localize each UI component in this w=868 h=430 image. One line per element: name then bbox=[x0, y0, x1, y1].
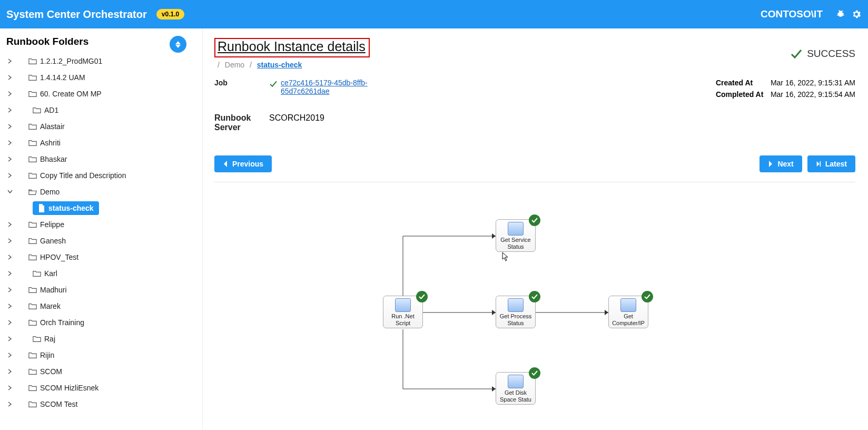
chevron-right-icon[interactable] bbox=[6, 336, 14, 341]
job-id-link[interactable]: ce72c416-5179-45db-8ffb-65d7c6261dae bbox=[281, 79, 406, 95]
chevron-right-icon[interactable] bbox=[6, 353, 14, 358]
node-label: Get Process Status bbox=[497, 313, 534, 326]
chevron-right-icon[interactable] bbox=[6, 304, 14, 309]
cursor-icon bbox=[502, 252, 509, 261]
chevron-right-icon[interactable] bbox=[6, 75, 14, 80]
folder-item[interactable]: SCOM bbox=[5, 363, 192, 379]
chevron-right-icon[interactable] bbox=[6, 108, 14, 113]
folder-item[interactable]: HPOV_Test bbox=[5, 249, 192, 265]
chevron-right-icon[interactable] bbox=[6, 124, 14, 129]
chevron-down-icon[interactable] bbox=[6, 190, 14, 194]
chevron-right-icon[interactable] bbox=[6, 402, 14, 407]
breadcrumb-parent[interactable]: Demo bbox=[225, 61, 244, 69]
main-content: Runbook Instance details / Demo / status… bbox=[203, 28, 868, 430]
folder-icon bbox=[28, 172, 37, 179]
folder-icon bbox=[28, 221, 37, 228]
folder-item[interactable]: 60. Create OM MP bbox=[5, 85, 192, 102]
chevron-right-icon[interactable] bbox=[6, 369, 14, 374]
workflow-node-get-disk-space[interactable]: Get Disk Space Statu bbox=[496, 372, 536, 405]
chevron-right-icon[interactable] bbox=[6, 157, 14, 162]
chevron-right-icon[interactable] bbox=[6, 255, 14, 260]
chevron-right-icon[interactable] bbox=[6, 222, 14, 227]
chevron-right-icon[interactable] bbox=[6, 91, 14, 96]
next-button[interactable]: Next bbox=[760, 155, 802, 172]
sidebar-collapse-button[interactable] bbox=[170, 36, 186, 53]
folder-item[interactable]: SCOM HizliEsnek bbox=[5, 379, 192, 396]
folder-icon bbox=[33, 270, 41, 277]
file-icon bbox=[38, 204, 45, 212]
chevron-right-icon[interactable] bbox=[6, 58, 14, 64]
folder-icon bbox=[28, 319, 37, 326]
caret-left-icon bbox=[223, 161, 228, 167]
folder-item[interactable]: Alastair bbox=[5, 118, 192, 134]
workflow-diagram: Run .Net ScriptGet Service StatusGet Pro… bbox=[214, 188, 855, 409]
svg-marker-2 bbox=[492, 310, 496, 315]
app-title: System Center Orchestrator bbox=[6, 8, 147, 21]
server-value: SCORCH2019 bbox=[269, 113, 324, 132]
skip-end-icon bbox=[816, 161, 821, 167]
chevron-right-icon[interactable] bbox=[6, 173, 14, 178]
chevron-right-icon[interactable] bbox=[6, 238, 14, 243]
chevron-right-icon[interactable] bbox=[6, 140, 14, 145]
folder-item[interactable]: Rijin bbox=[5, 347, 192, 363]
folder-item[interactable]: Demo bbox=[5, 183, 192, 200]
folder-label: Madhuri bbox=[40, 286, 67, 294]
folder-label: Raj bbox=[44, 335, 55, 343]
folder-item[interactable]: Felippe bbox=[5, 216, 192, 232]
runbook-file-active[interactable]: status-check bbox=[33, 200, 192, 216]
folder-item[interactable]: 1.2.1.2_ProdMG01 bbox=[5, 53, 192, 69]
folder-item[interactable]: Madhuri bbox=[5, 281, 192, 298]
folder-item[interactable]: Ashriti bbox=[5, 134, 192, 151]
status-text: SUCCESS bbox=[807, 48, 855, 60]
check-icon bbox=[269, 80, 278, 88]
chevron-right-icon[interactable] bbox=[6, 320, 14, 325]
folder-icon bbox=[28, 74, 37, 81]
workflow-node-get-process-status[interactable]: Get Process Status bbox=[496, 296, 536, 328]
sidebar-title: Runbook Folders bbox=[6, 36, 192, 47]
folder-icon bbox=[28, 90, 37, 97]
folder-item[interactable]: Bhaskar bbox=[5, 151, 192, 167]
previous-button[interactable]: Previous bbox=[214, 155, 272, 172]
activity-icon bbox=[395, 298, 411, 312]
workflow-node-run-net-script[interactable]: Run .Net Script bbox=[383, 296, 423, 328]
bug-icon[interactable] bbox=[835, 9, 846, 19]
completed-value: Mar 16, 2022, 9:15:54 AM bbox=[771, 90, 855, 99]
folder-icon bbox=[28, 237, 37, 245]
workflow-node-get-service-status[interactable]: Get Service Status bbox=[496, 219, 536, 252]
success-badge-icon bbox=[642, 291, 653, 302]
folder-item[interactable]: Ganesh bbox=[5, 232, 192, 249]
folder-label: Felippe bbox=[40, 220, 64, 229]
folder-item[interactable]: Marek bbox=[5, 298, 192, 314]
breadcrumb-current[interactable]: status-check bbox=[257, 61, 302, 69]
folder-item[interactable]: Orch Training bbox=[5, 314, 192, 330]
svg-marker-4 bbox=[605, 310, 608, 315]
activity-icon bbox=[508, 375, 524, 388]
folder-label: AD1 bbox=[44, 106, 58, 114]
chevron-right-icon[interactable] bbox=[6, 385, 14, 390]
folder-label: Orch Training bbox=[40, 318, 84, 327]
folder-icon bbox=[33, 335, 41, 343]
folder-label: Copy Title and Description bbox=[40, 171, 126, 180]
latest-button[interactable]: Latest bbox=[807, 155, 855, 172]
folder-icon bbox=[28, 57, 37, 65]
folder-item[interactable]: Karl bbox=[5, 265, 192, 281]
workflow-node-get-computer-ip[interactable]: Get Computer/IP bbox=[608, 296, 648, 328]
folder-item[interactable]: Copy Title and Description bbox=[5, 167, 192, 183]
folder-label: SCOM bbox=[40, 367, 62, 376]
folder-item[interactable]: Raj bbox=[5, 330, 192, 347]
success-badge-icon bbox=[416, 291, 428, 302]
svg-rect-0 bbox=[820, 161, 821, 167]
folder-item[interactable]: 1.4.14.2 UAM bbox=[5, 69, 192, 85]
page-title-highlight: Runbook Instance details bbox=[214, 38, 370, 57]
chevron-right-icon[interactable] bbox=[6, 271, 14, 276]
gear-icon[interactable] bbox=[851, 9, 862, 19]
folder-item[interactable]: SCOM Test bbox=[5, 396, 192, 412]
folder-icon bbox=[28, 139, 37, 146]
caret-right-icon bbox=[768, 161, 773, 167]
folder-label: Ashriti bbox=[40, 139, 61, 147]
created-label: Created At bbox=[716, 79, 771, 87]
app-header: System Center Orchestrator v0.1.0 CONTOS… bbox=[0, 0, 868, 28]
folder-item[interactable]: AD1 bbox=[5, 102, 192, 118]
folder-icon bbox=[28, 384, 37, 392]
chevron-right-icon[interactable] bbox=[6, 287, 14, 292]
